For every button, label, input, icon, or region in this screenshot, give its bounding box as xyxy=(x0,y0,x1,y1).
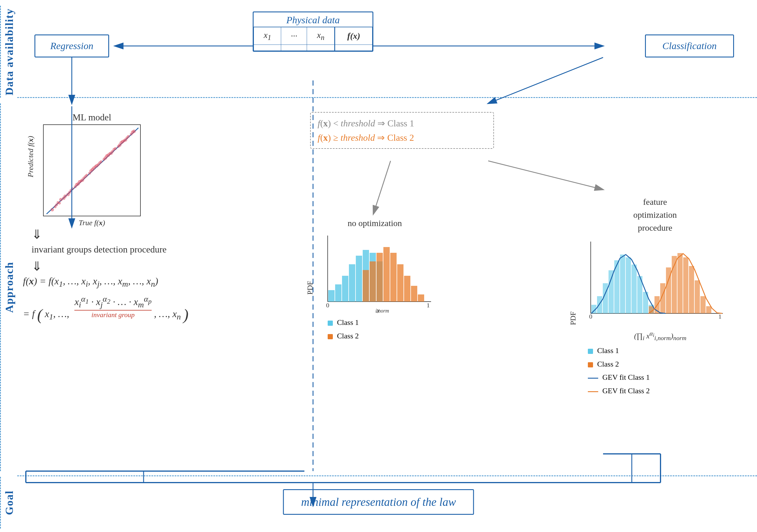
no-opt-y-label: PDF xyxy=(306,281,315,295)
feat-opt-chart: 0 1 (∏i xαii,norm)norm Class 1 Class 2 xyxy=(579,239,741,398)
feat-opt-legend-class2: Class 2 xyxy=(588,358,741,371)
table-cell-r1c1 xyxy=(254,45,281,51)
svg-point-49 xyxy=(108,152,111,155)
table-cell-r1c2 xyxy=(281,45,307,51)
svg-rect-68 xyxy=(411,286,417,301)
formula2: = f ( x1, …, xiα1 · xjα2 · … · xmαp inva… xyxy=(23,295,304,324)
svg-rect-64 xyxy=(383,247,390,301)
main-container: Data availability Approach Goal Physical… xyxy=(0,0,757,532)
svg-line-108 xyxy=(373,161,391,214)
feat-opt-legend-gev2: GEV fit Class 2 xyxy=(588,384,741,398)
feat-opt-svg: 0 1 xyxy=(579,239,729,328)
physical-data-table: x1 ··· xn f(x) xyxy=(254,27,373,51)
svg-text:1: 1 xyxy=(427,301,430,309)
svg-point-35 xyxy=(62,197,66,200)
svg-point-41 xyxy=(105,154,108,158)
double-arrow-1: ⇓ xyxy=(26,227,167,242)
svg-point-43 xyxy=(119,141,123,144)
svg-rect-77 xyxy=(597,296,602,313)
section-approach: Approach xyxy=(0,104,17,471)
no-opt-legend: Class 1 Class 2 xyxy=(328,316,444,343)
step1-text: invariant groups detection procedure xyxy=(32,244,167,255)
divider-1 xyxy=(17,97,757,98)
threshold-line1: f(x) < threshold ⇒ Class 1 xyxy=(318,118,487,129)
approach-steps: ⇓ invariant groups detection procedure ⇓ xyxy=(26,227,167,274)
svg-point-45 xyxy=(131,130,135,134)
regression-label: Regression xyxy=(50,41,93,51)
svg-point-39 xyxy=(91,168,94,171)
svg-text:i,norm: i,norm xyxy=(375,308,389,313)
svg-rect-79 xyxy=(609,270,614,313)
svg-rect-63 xyxy=(377,253,383,301)
feat-opt-x-label: (∏i xαii,norm)norm xyxy=(579,330,741,342)
svg-rect-66 xyxy=(397,264,404,301)
no-opt-chart-wrapper: PDF xyxy=(306,233,444,343)
feat-opt-legend-class1: Class 1 xyxy=(588,344,741,358)
no-opt-legend-class2: Class 2 xyxy=(328,329,444,343)
svg-rect-82 xyxy=(626,257,631,313)
feat-opt-legend-gev1: GEV fit Class 1 xyxy=(588,371,741,384)
svg-rect-83 xyxy=(631,265,637,313)
svg-point-7 xyxy=(66,193,70,196)
svg-rect-69 xyxy=(418,295,424,301)
section-goal: Goal xyxy=(0,477,17,529)
scatter-plot-svg xyxy=(43,124,141,216)
scatter-plot-wrapper: Predicted f(x) xyxy=(43,124,141,227)
goal-box: minimal representation of the law xyxy=(283,489,474,515)
physical-data-box: Physical data x1 ··· xn f(x) xyxy=(253,12,373,52)
svg-point-38 xyxy=(84,175,87,178)
svg-point-44 xyxy=(127,135,130,138)
feat-opt-y-label: PDF xyxy=(569,311,578,325)
svg-point-46 xyxy=(57,201,59,204)
svg-point-10 xyxy=(74,185,77,188)
goal-text: minimal representation of the law xyxy=(301,495,456,509)
svg-text:0: 0 xyxy=(326,301,329,309)
feat-opt-legend: Class 1 Class 2 GEV fit Class 1 GEV fit … xyxy=(588,344,741,398)
svg-rect-53 xyxy=(328,290,335,301)
svg-rect-94 xyxy=(689,266,694,313)
svg-point-34 xyxy=(54,205,57,208)
feat-opt-chart-wrapper: PDF xyxy=(569,239,741,398)
formula1: f(x) = f(x1, …, xi, xj, …, xm, …, xn) xyxy=(23,276,304,289)
svg-point-22 xyxy=(103,158,106,161)
svg-point-47 xyxy=(79,179,82,182)
svg-text:1: 1 xyxy=(718,313,722,320)
svg-rect-65 xyxy=(390,253,397,301)
scatter-x-label: True f(x) xyxy=(43,219,141,227)
svg-rect-95 xyxy=(695,280,700,313)
no-opt-title: no optimization xyxy=(306,218,444,228)
table-cell-dots: ··· xyxy=(281,27,307,45)
regression-box: Regression xyxy=(35,35,109,57)
double-arrow-2: ⇓ xyxy=(26,259,167,274)
formula-area: f(x) = f(x1, …, xi, xj, …, xm, …, xn) = … xyxy=(23,276,304,324)
svg-point-36 xyxy=(70,189,72,192)
svg-point-40 xyxy=(98,161,101,164)
svg-point-50 xyxy=(123,139,126,142)
svg-rect-92 xyxy=(678,253,682,313)
svg-rect-96 xyxy=(700,296,706,313)
svg-point-28 xyxy=(117,145,120,148)
svg-line-107 xyxy=(488,57,603,104)
scatter-y-label: Predicted f(x) xyxy=(26,136,35,177)
svg-rect-55 xyxy=(342,276,348,301)
feat-opt-title: featureoptimizationprocedure xyxy=(569,195,741,234)
svg-rect-54 xyxy=(335,284,342,301)
svg-rect-93 xyxy=(683,257,688,313)
svg-line-109 xyxy=(488,161,603,190)
table-cell-r1c4 xyxy=(335,45,373,51)
table-cell-x1: x1 xyxy=(254,27,281,45)
no-optimization-area: no optimization PDF xyxy=(306,218,444,343)
no-opt-legend-class1: Class 1 xyxy=(328,316,444,329)
svg-rect-67 xyxy=(404,276,410,301)
section-data-availability: Data availability xyxy=(0,6,17,98)
physical-data-title: Physical data xyxy=(254,12,373,27)
svg-rect-97 xyxy=(706,306,712,313)
table-cell-fx: f(x) xyxy=(335,27,373,45)
svg-point-37 xyxy=(76,182,80,186)
table-cell-r1c3 xyxy=(307,45,335,51)
svg-rect-61 xyxy=(363,270,369,301)
feature-optimization-area: featureoptimizationprocedure PDF xyxy=(569,195,741,398)
classification-label: Classification xyxy=(662,41,717,51)
ml-model-label: ML model xyxy=(43,112,141,123)
no-opt-svg: 0 1 x i,norm xyxy=(316,233,437,313)
